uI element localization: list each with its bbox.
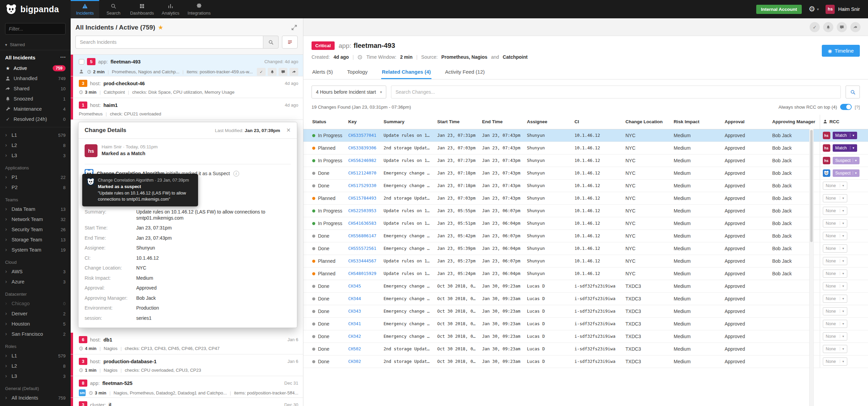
nav-tab-analytics[interactable]: Analytics <box>156 0 185 18</box>
change-key-link[interactable]: CH344 <box>346 292 381 305</box>
time-range-dropdown[interactable]: 4 Hours before Incident start ▾ <box>312 86 386 98</box>
rcc-toggle[interactable] <box>840 104 852 110</box>
help-link[interactable]: [?] <box>855 105 860 110</box>
rcc-dropdown[interactable]: Suspect▾ <box>833 157 860 164</box>
column-header-change-location[interactable]: Change Location <box>623 115 671 129</box>
nav-tab-search[interactable]: Search <box>99 0 128 18</box>
rcc-dropdown[interactable]: None▾ <box>823 332 847 340</box>
sidebar-item-l3[interactable]: ›L33 <box>0 371 71 381</box>
rcc-dropdown[interactable]: None▾ <box>823 307 847 315</box>
sidebar-item-azure[interactable]: ›Azure3 <box>0 277 71 287</box>
sidebar-item-l3[interactable]: ›L33 <box>0 150 71 161</box>
change-row-ch302[interactable]: DoneCH3022nd storage Update ...Oct 30 20… <box>303 355 868 368</box>
sidebar-item-active[interactable]: ★Active759 <box>0 63 71 73</box>
rcc-dropdown[interactable]: None▾ <box>823 257 847 265</box>
sidebar-item-houston[interactable]: ›Houston5 <box>0 319 71 329</box>
change-row-chs56806147[interactable]: DoneCHS56806147Emergency change to...Jan… <box>303 229 868 242</box>
change-row-chs56246982[interactable]: In ProgressCHS56246982Update rules on 10… <box>303 154 868 167</box>
change-key-link[interactable]: CHS15784493 <box>346 192 381 204</box>
more-options-icon[interactable]: ⋯ <box>60 55 66 60</box>
rcc-dropdown[interactable]: None▾ <box>823 232 847 240</box>
change-row-chs33444567[interactable]: PlannedCHS33444567Update rules on 10...J… <box>303 255 868 267</box>
change-row-chs33577041[interactable]: In ProgressCHS33577041Update rules on 10… <box>303 129 868 142</box>
settings-menu[interactable]: ⚙▾ <box>809 5 819 13</box>
incident-card-prod-checkout-46[interactable]: 3host:prod-checkout-464d ago3 min|Catchp… <box>71 76 303 98</box>
sidebar-item-l1[interactable]: ›L1579 <box>0 130 71 140</box>
sidebar-item-network-team[interactable]: ›Network Team32 <box>0 214 71 224</box>
sidebar-item-snoozed[interactable]: Snoozed1 <box>0 94 71 104</box>
sidebar-item-system-team[interactable]: ›System Team19 <box>0 245 71 255</box>
change-key-link[interactable]: CHS33577041 <box>346 129 381 142</box>
sidebar-item-data-team[interactable]: ›Data Team13 <box>0 204 71 214</box>
incident-card-il[interactable]: 3cluster:ilDec 30 <box>71 398 303 406</box>
change-row-ch341[interactable]: DoneCH341Emergency change to...Oct 30 20… <box>303 317 868 330</box>
bell-action-button[interactable] <box>823 22 833 32</box>
assign-button[interactable] <box>79 69 84 75</box>
column-header-summary[interactable]: Summary <box>381 115 435 129</box>
sidebar-item-l1[interactable]: ›L1579 <box>0 351 71 361</box>
scrollbar-thumb[interactable] <box>810 130 813 242</box>
rcc-dropdown[interactable]: None▾ <box>823 207 847 215</box>
change-row-ch344[interactable]: DoneCH344Emergency change to...Oct 30 20… <box>303 292 868 305</box>
change-key-link[interactable]: CHS33444567 <box>346 255 381 267</box>
search-changes-input[interactable] <box>391 86 841 98</box>
sidebar-item-chicago[interactable]: ›Chicago0 <box>0 298 71 309</box>
check-action-button[interactable]: ✓ <box>810 22 820 32</box>
comment-action-button[interactable] <box>837 22 847 32</box>
rcc-dropdown[interactable]: None▾ <box>823 357 847 366</box>
change-row-chs41636583[interactable]: In ProgressCHS41636583Update rules on 10… <box>303 217 868 229</box>
sidebar-item-denver[interactable]: ›Denver2 <box>0 309 71 319</box>
sidebar-filter-input[interactable] <box>5 23 66 35</box>
sidebar-item-resolved-24h[interactable]: ✓Resolved (24h)0 <box>0 114 71 124</box>
change-row-chs15784493[interactable]: PlannedCHS157844932nd storage Update ...… <box>303 192 868 204</box>
nav-tab-dashboards[interactable]: Dashboards <box>128 0 156 18</box>
nav-tab-integrations[interactable]: Integrations <box>185 0 213 18</box>
sidebar-item-security-team[interactable]: ›Security Team26 <box>0 224 71 235</box>
share-action-button[interactable] <box>289 68 298 76</box>
rcc-dropdown[interactable]: None▾ <box>823 345 847 353</box>
bell-action-button[interactable] <box>268 68 277 76</box>
change-key-link[interactable]: CH502 <box>346 343 381 355</box>
rcc-dropdown[interactable]: None▾ <box>823 182 847 190</box>
change-key-link[interactable]: CHS56246982 <box>346 154 381 167</box>
change-key-link[interactable]: CH302 <box>346 355 381 368</box>
share-action-button[interactable] <box>850 22 861 32</box>
column-header-ci[interactable]: CI <box>572 115 623 129</box>
sidebar-item-p2[interactable]: ›P28 <box>0 182 71 192</box>
rcc-dropdown[interactable]: None▾ <box>823 320 847 328</box>
rcc-dropdown[interactable]: None▾ <box>823 295 847 303</box>
column-header-start-time[interactable]: Start Time <box>435 115 479 129</box>
account-badge[interactable]: Internal Account <box>756 5 802 14</box>
expand-icon[interactable] <box>291 24 298 31</box>
change-key-link[interactable]: CH343 <box>346 305 381 317</box>
info-icon[interactable]: i <box>233 171 239 177</box>
search-incidents-input[interactable] <box>75 36 263 49</box>
timeline-button[interactable]: ◉ Timeline <box>822 45 860 57</box>
column-header-end-time[interactable]: End Time <box>479 115 524 129</box>
rcc-dropdown[interactable]: None▾ <box>823 219 847 227</box>
starred-section-header[interactable]: ▾ Starred <box>0 39 71 50</box>
incident-card-db1[interactable]: 6host:db1Jan 64 min|Nagios|checks: CP13,… <box>71 333 303 354</box>
change-row-chs55572561[interactable]: DoneCHS55572561Emergency change to...Jan… <box>303 242 868 255</box>
change-row-chs48015929[interactable]: PlannedCHS48015929Update rules on 10...J… <box>303 267 868 280</box>
change-key-link[interactable]: CH345 <box>346 280 381 292</box>
list-view-button[interactable] <box>282 36 298 49</box>
check-action-button[interactable]: ✓ <box>257 68 266 76</box>
change-row-chs33839306[interactable]: PlannedCHS338393062nd storage Update ...… <box>303 142 868 154</box>
nav-tab-incidents[interactable]: Incidents <box>71 0 99 18</box>
star-icon[interactable]: ★ <box>158 24 163 31</box>
change-row-ch342[interactable]: DoneCH342Emergency change to...Oct 30 20… <box>303 330 868 343</box>
column-header-status[interactable]: Status <box>303 115 346 129</box>
rcc-dropdown[interactable]: None▾ <box>823 244 847 253</box>
rcc-dropdown[interactable]: Match▾ <box>833 144 857 152</box>
column-header-assignee[interactable]: Assignee <box>524 115 572 129</box>
change-row-chs22503953[interactable]: In ProgressCHS22503953Update rules on 10… <box>303 204 868 217</box>
change-key-link[interactable]: CHS56806147 <box>346 229 381 242</box>
sidebar-item-maintenance[interactable]: Maintenance4 <box>0 104 71 114</box>
change-row-chs17529330[interactable]: DoneCHS17529330Emergency change to...Jan… <box>303 179 868 192</box>
search-changes-button[interactable] <box>846 86 860 98</box>
sidebar-item-l2[interactable]: ›L28 <box>0 140 71 150</box>
change-key-link[interactable]: CHS41636583 <box>346 217 381 229</box>
rcc-dropdown[interactable]: Suspect▾ <box>833 169 860 177</box>
column-header-key[interactable]: Key <box>346 115 381 129</box>
